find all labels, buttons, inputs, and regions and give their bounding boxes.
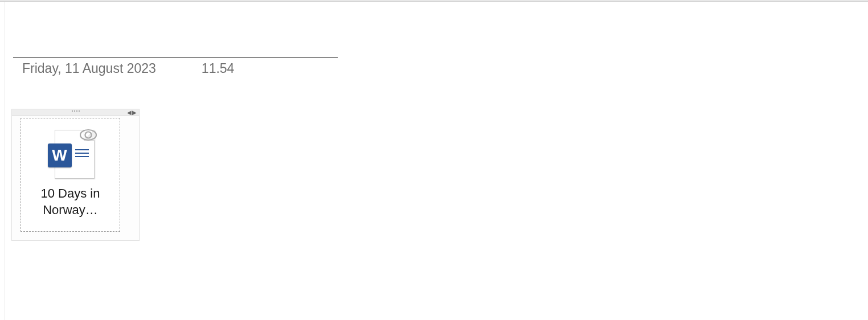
note-time: 11.54 [202,61,235,76]
attachment-toolbar[interactable]: ◀ ▶ [12,109,139,116]
header-divider [13,57,338,58]
attachment-item[interactable]: W 10 Days in Norway… [21,118,120,232]
quicklook-eye-icon[interactable] [80,129,97,143]
note-date-header: Friday, 11 August 2023 11.54 [22,61,234,76]
word-badge-icon: W [48,143,72,167]
note-content-area: Friday, 11 August 2023 11.54 ◀ ▶ [5,2,868,320]
nav-right-icon[interactable]: ▶ [132,109,137,116]
nav-left-icon[interactable]: ◀ [127,109,132,116]
attachment-container: ◀ ▶ W 10 Days [11,109,140,241]
file-icon: W [42,124,99,181]
attachment-file-name: 10 Days in Norway… [36,186,105,218]
svg-point-1 [85,132,91,138]
drag-handle-icon[interactable] [72,110,80,112]
document-lines-icon [75,149,89,159]
attachment-nav-arrows[interactable]: ◀ ▶ [127,109,137,116]
note-date: Friday, 11 August 2023 [22,61,156,76]
